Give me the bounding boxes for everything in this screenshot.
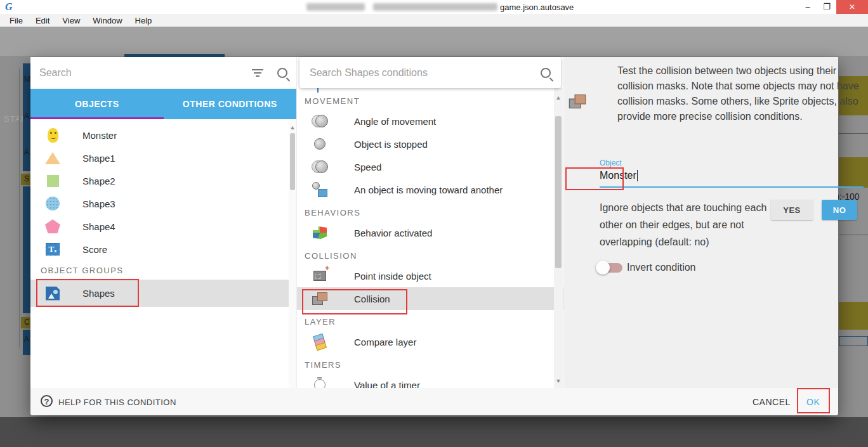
redacted-title-segment bbox=[373, 3, 497, 11]
gdevelop-logo-icon: G bbox=[5, 1, 16, 13]
list-item[interactable]: Shape3 bbox=[30, 192, 296, 215]
behavior-activated-icon bbox=[311, 224, 329, 241]
condition-details-panel: Test the collision between two objects u… bbox=[563, 57, 838, 388]
restore-button[interactable]: ❐ bbox=[817, 0, 836, 14]
scroll-up-icon[interactable]: ▲ bbox=[555, 94, 562, 101]
list-item[interactable]: TxScore bbox=[30, 238, 296, 261]
square-shape-icon bbox=[44, 172, 61, 189]
objects-search-input[interactable] bbox=[39, 67, 252, 79]
filter-icon[interactable] bbox=[252, 69, 263, 77]
conditions-list: MOVEMENT Angle of movement Object is sto… bbox=[297, 81, 564, 388]
condition-editor-dialog: OBJECTS OTHER CONDITIONS Monster Shape1 … bbox=[30, 57, 838, 415]
scroll-up-icon[interactable]: ▲ bbox=[289, 124, 296, 131]
objects-list: Monster Shape1 Shape2 Shape3 Shape4 TxSc… bbox=[30, 119, 296, 388]
object-field[interactable]: Monster bbox=[600, 168, 638, 183]
object-field-underline bbox=[600, 186, 864, 188]
object-groups-header: OBJECT GROUPS bbox=[30, 261, 296, 280]
pentagon-shape-icon bbox=[44, 218, 61, 235]
list-item[interactable]: Monster bbox=[30, 124, 296, 146]
text-object-icon: Tx bbox=[44, 241, 61, 257]
moving-toward-icon bbox=[311, 181, 329, 198]
monster-sprite-icon bbox=[44, 127, 61, 143]
point-inside-object-icon bbox=[311, 268, 329, 284]
menu-window[interactable]: Window bbox=[87, 16, 128, 25]
object-group-icon bbox=[44, 285, 61, 302]
object-field-label: Object bbox=[600, 159, 622, 167]
conditions-panel: MOVEMENT Angle of movement Object is sto… bbox=[296, 57, 563, 388]
list-item[interactable]: Shape1 bbox=[30, 146, 296, 169]
search-icon[interactable] bbox=[541, 68, 551, 78]
compare-layer-icon bbox=[311, 334, 329, 350]
ignore-edges-label: Ignore objects that are touching each ot… bbox=[600, 199, 777, 250]
no-button[interactable]: NO bbox=[822, 200, 857, 220]
search-icon[interactable] bbox=[277, 68, 287, 78]
title-bar: G game.json.autosave – ❐ ✕ bbox=[0, 0, 868, 14]
list-item[interactable]: Shape2 bbox=[30, 169, 296, 192]
triangle-shape-icon bbox=[44, 150, 61, 166]
list-item[interactable]: Angle of movement bbox=[297, 110, 564, 133]
text-caret bbox=[637, 170, 638, 181]
section-header: MOVEMENT bbox=[297, 89, 564, 110]
help-for-condition-link[interactable]: HELP FOR THIS CONDITION bbox=[58, 398, 176, 407]
list-item[interactable]: Behavior activated bbox=[297, 221, 564, 244]
list-item-selected[interactable]: Shapes bbox=[30, 280, 296, 307]
invert-condition-toggle-knob[interactable] bbox=[596, 261, 610, 275]
list-item[interactable]: Point inside object bbox=[297, 264, 564, 287]
scroll-down-icon[interactable]: ▼ bbox=[555, 378, 562, 384]
tab-other-conditions[interactable]: OTHER CONDITIONS bbox=[164, 89, 297, 119]
menu-file[interactable]: File bbox=[4, 16, 29, 25]
list-item[interactable]: Object is stopped bbox=[297, 133, 564, 155]
object-stopped-icon bbox=[311, 136, 329, 152]
objects-panel: OBJECTS OTHER CONDITIONS Monster Shape1 … bbox=[30, 57, 296, 388]
minimize-button[interactable]: – bbox=[798, 0, 817, 14]
section-header: LAYER bbox=[297, 310, 564, 330]
list-item[interactable]: Shape4 bbox=[30, 215, 296, 238]
timer-icon bbox=[311, 377, 329, 388]
circle-shape-icon bbox=[44, 195, 61, 212]
menu-view[interactable]: View bbox=[56, 16, 86, 25]
window-title: game.json.autosave bbox=[500, 3, 574, 12]
menu-help[interactable]: Help bbox=[129, 16, 158, 25]
list-item[interactable]: Compare layer bbox=[297, 330, 564, 353]
section-header: BEHAVIORS bbox=[297, 201, 564, 221]
conditions-search-bar bbox=[299, 57, 561, 88]
yes-button[interactable]: YES bbox=[771, 200, 813, 220]
scrollbar-thumb[interactable] bbox=[555, 116, 562, 268]
invert-condition-label: Invert condition bbox=[627, 262, 696, 273]
section-header: TIMERS bbox=[297, 353, 564, 373]
redacted-title-segment bbox=[306, 3, 365, 11]
collision-icon bbox=[570, 95, 585, 108]
list-item-selected[interactable]: Collision bbox=[297, 287, 564, 310]
scrollbar[interactable]: ▲ ▼ bbox=[554, 88, 563, 388]
condition-description: Test the collision between two objects u… bbox=[617, 63, 867, 124]
angle-of-movement-icon bbox=[311, 113, 329, 129]
scrollbar[interactable]: ▲ bbox=[289, 120, 296, 388]
list-item[interactable]: An object is moving toward another bbox=[297, 178, 564, 201]
menu-bar: File Edit View Window Help bbox=[0, 14, 868, 27]
collision-icon bbox=[311, 290, 329, 307]
objects-tab-bar: OBJECTS OTHER CONDITIONS bbox=[30, 89, 296, 119]
cancel-button[interactable]: CANCEL bbox=[753, 397, 791, 407]
dialog-footer: ? HELP FOR THIS CONDITION CANCEL OK bbox=[30, 388, 838, 415]
ok-button[interactable]: OK bbox=[806, 397, 820, 407]
help-icon[interactable]: ? bbox=[41, 395, 53, 407]
section-header: COLLISION bbox=[297, 244, 564, 264]
menu-edit[interactable]: Edit bbox=[30, 16, 55, 25]
close-button[interactable]: ✕ bbox=[836, 0, 868, 14]
objects-search-bar bbox=[30, 57, 296, 89]
tab-objects[interactable]: OBJECTS bbox=[30, 89, 164, 119]
speed-icon bbox=[311, 159, 329, 175]
list-item[interactable]: Value of a timer bbox=[297, 373, 564, 388]
list-item[interactable]: Speed bbox=[297, 155, 564, 178]
conditions-search-input[interactable] bbox=[310, 67, 541, 79]
scrollbar-thumb[interactable] bbox=[290, 133, 295, 190]
